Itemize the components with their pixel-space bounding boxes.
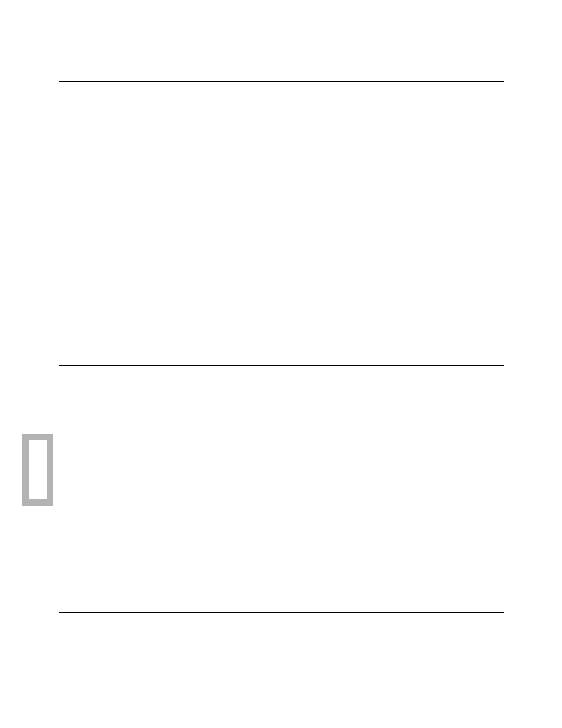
horizontal-rule <box>59 365 504 366</box>
horizontal-rule <box>59 612 504 613</box>
horizontal-rule <box>59 81 504 82</box>
horizontal-rule <box>59 340 504 340</box>
side-tab-inner <box>29 440 47 499</box>
horizontal-rule <box>59 241 504 241</box>
